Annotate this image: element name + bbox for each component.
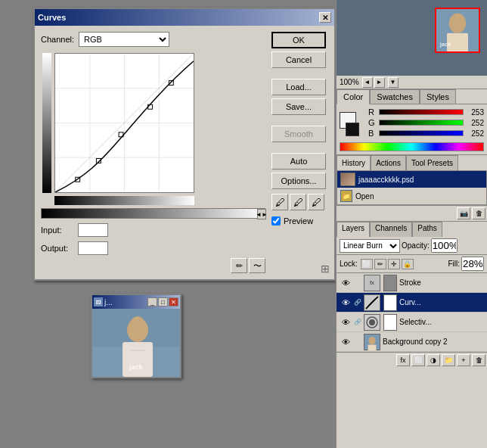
layer-thumb2-curves [383, 294, 397, 311]
tab-tool-presets[interactable]: Tool Presets [406, 155, 458, 170]
history-content: jaaaacckkkk.psd 📁 Open [337, 170, 487, 205]
mini-maximize-btn[interactable]: □ [158, 297, 168, 306]
ok-button[interactable]: OK [271, 32, 326, 48]
fill-label: Fill: [448, 260, 460, 268]
tab-swatches[interactable]: Swatches [370, 89, 420, 104]
color-panel: R 253 G 252 B 252 [337, 104, 487, 154]
layer-bg-copy2[interactable]: 👁 Background copy 2 [337, 332, 487, 352]
svg-point-20 [449, 14, 466, 33]
b-slider[interactable] [379, 130, 464, 136]
tab-channels[interactable]: Channels [370, 222, 412, 237]
curve-smooth-btn[interactable]: 〜 [249, 258, 265, 273]
b-slider-row: B 252 [368, 129, 484, 138]
gray-eyedropper[interactable]: 🖊 [290, 194, 306, 210]
history-controls: 📷 🗑 [337, 205, 487, 221]
history-new-btn[interactable]: 📷 [457, 207, 470, 219]
save-button[interactable]: Save... [271, 98, 326, 115]
g-label: G [368, 118, 377, 127]
mini-minimize-btn[interactable]: _ [147, 297, 157, 306]
layer-selective[interactable]: 👁 🔗 Selectiv... [337, 313, 487, 332]
background-color[interactable] [346, 123, 359, 136]
layer-stroke[interactable]: 👁 fx Stroke [337, 273, 487, 293]
layer-name-curves: Curv... [399, 298, 484, 306]
lock-all-btn[interactable]: 🔒 [402, 259, 414, 269]
tab-history[interactable]: History [337, 155, 371, 170]
layer-link-bg-copy2 [354, 336, 361, 348]
channel-select[interactable]: RGB Red Green Blue [79, 32, 169, 47]
gradient-left [42, 53, 51, 193]
lock-pixels-btn[interactable]: ✏ [374, 259, 386, 269]
channel-row: Channel: RGB Red Green Blue [41, 32, 265, 47]
history-delete-btn[interactable]: 🗑 [472, 207, 485, 219]
blend-mode-select[interactable]: Linear Burn Normal Multiply [340, 239, 400, 253]
zoom-left-btn[interactable]: ◄ [362, 77, 373, 88]
layer-eye-selective[interactable]: 👁 [340, 316, 352, 328]
layers-panel: Layers Channels Paths Linear Burn Normal… [337, 221, 487, 368]
mini-close-btn[interactable]: ✕ [169, 297, 178, 306]
layer-delete-btn[interactable]: 🗑 [472, 354, 485, 366]
mini-title-icon: 🖼 [94, 297, 103, 306]
history-thumb [340, 173, 355, 186]
close-button[interactable]: ✕ [319, 12, 331, 23]
white-eyedropper[interactable]: 🖊 [308, 194, 324, 210]
curve-scrubber[interactable]: ◄► [41, 208, 265, 219]
layer-mask-btn[interactable]: ⬜ [411, 354, 425, 366]
fill-row: Fill: [448, 257, 484, 271]
load-button[interactable]: Load... [271, 79, 326, 95]
zoom-menu-btn[interactable]: ▼ [388, 77, 399, 88]
eyedropper-row: 🖊 🖊 🖊 [271, 194, 328, 210]
spectrum-bar[interactable] [340, 142, 484, 151]
svg-rect-15 [123, 342, 153, 377]
tab-styles[interactable]: Styles [420, 89, 456, 104]
layer-eye-stroke[interactable]: 👁 [340, 277, 352, 289]
resize-corner-icon[interactable]: ⊞ [321, 263, 330, 275]
tab-color[interactable]: Color [337, 89, 370, 104]
lock-position-btn[interactable]: ✛ [388, 259, 400, 269]
preview-person-svg: jack [436, 8, 479, 53]
layer-new-adjustment-btn[interactable]: ◑ [427, 354, 440, 366]
history-item-file[interactable]: jaaaacckkkk.psd [337, 171, 486, 188]
tab-paths[interactable]: Paths [412, 222, 442, 237]
dialog-body: Channel: RGB Red Green Blue [35, 26, 334, 279]
curves-left: Channel: RGB Red Green Blue [41, 32, 265, 273]
history-item-open[interactable]: 📁 Open [337, 188, 486, 204]
opacity-label: Opacity: [402, 241, 430, 250]
layer-new-btn[interactable]: + [457, 354, 470, 366]
history-open-label: Open [355, 192, 374, 201]
layer-group-btn[interactable]: 📁 [442, 354, 455, 366]
black-eyedropper[interactable]: 🖊 [271, 194, 288, 210]
pencil-buttons: ✏ 〜 [41, 258, 265, 273]
output-field[interactable] [78, 241, 108, 255]
smooth-button[interactable]: Smooth [271, 126, 326, 142]
color-tab-bar: Color Swatches Styles [337, 89, 487, 104]
r-slider[interactable] [379, 109, 464, 115]
layer-style-btn[interactable]: fx [396, 354, 410, 366]
zoom-right-btn[interactable]: ► [374, 77, 385, 88]
layer-eye-curves[interactable]: 👁 [340, 297, 352, 309]
output-label: Output: [41, 244, 75, 253]
tab-actions[interactable]: Actions [371, 155, 406, 170]
preview-label: Preview [284, 216, 313, 226]
curve-pencil-btn[interactable]: ✏ [231, 258, 247, 273]
g-slider[interactable] [379, 120, 464, 126]
fill-input[interactable] [461, 257, 484, 271]
lock-transparent-btn[interactable]: ⬜ [361, 259, 373, 269]
zoom-level: 100% [340, 78, 359, 86]
cancel-button[interactable]: Cancel [271, 51, 326, 68]
auto-button[interactable]: Auto [271, 153, 326, 170]
curve-canvas[interactable] [54, 53, 194, 193]
input-field[interactable] [78, 223, 108, 237]
options-button[interactable]: Options... [271, 173, 326, 189]
right-panel: jack 100% ◄ ► ▼ Color Swatches Styles R [336, 0, 487, 448]
layer-curves[interactable]: 👁 🔗 Curv... [337, 293, 487, 313]
opacity-input[interactable] [431, 238, 458, 253]
tab-layers[interactable]: Layers [337, 222, 370, 237]
history-tab-bar: History Actions Tool Presets [337, 155, 487, 170]
preview-checkbox[interactable] [271, 216, 281, 226]
history-open-icon: 📁 [340, 190, 352, 202]
layer-thumb-selective [364, 314, 380, 331]
layer-eye-bg-copy2[interactable]: 👁 [340, 336, 352, 348]
scrubber-arrow[interactable]: ◄► [257, 209, 266, 219]
dialog-title: Curves [38, 13, 66, 22]
preview-row: Preview [271, 216, 328, 226]
